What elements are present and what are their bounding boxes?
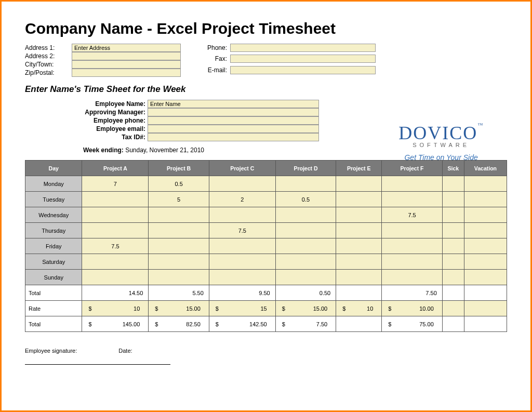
hours-cell[interactable]: 0.5 <box>149 176 209 192</box>
col-header: Project C <box>209 161 275 176</box>
total-d: 0.50 <box>275 285 336 301</box>
input-emp-name[interactable]: Enter Name <box>148 100 319 108</box>
input-address1[interactable]: Enter Address <box>72 44 181 52</box>
hours-cell[interactable] <box>464 223 507 238</box>
rate-cell[interactable]: $15 <box>209 301 275 316</box>
day-cell: Monday <box>25 176 82 192</box>
hours-cell[interactable]: 7.5 <box>82 238 149 254</box>
logo-tagline: Get Time on Your Side <box>398 153 484 162</box>
rate-cell[interactable]: $15.00 <box>149 301 209 316</box>
total-b: 5.50 <box>149 285 209 301</box>
day-cell: Friday <box>25 238 82 254</box>
input-emp-email[interactable] <box>148 125 319 133</box>
hours-cell[interactable] <box>336 207 382 223</box>
hours-cell[interactable] <box>442 254 464 270</box>
input-tax[interactable] <box>148 133 319 141</box>
hours-cell[interactable] <box>442 192 464 207</box>
hours-cell[interactable] <box>442 223 464 238</box>
grand-cell: $7.50 <box>275 316 336 332</box>
company-right: Phone: Fax: E-mail: <box>202 44 376 77</box>
hours-cell[interactable] <box>82 270 149 285</box>
company-left: Address 1: Enter Address Address 2: City… <box>25 44 181 77</box>
hours-cell[interactable] <box>209 176 275 192</box>
hours-cell[interactable] <box>336 254 382 270</box>
hours-cell[interactable] <box>442 176 464 192</box>
hours-cell[interactable] <box>442 207 464 223</box>
hours-cell[interactable] <box>82 254 149 270</box>
total-a: 14.50 <box>82 285 149 301</box>
label-tax: Tax ID#: <box>44 133 148 141</box>
hours-cell[interactable] <box>464 192 507 207</box>
hours-cell[interactable] <box>336 176 382 192</box>
hours-cell[interactable] <box>149 254 209 270</box>
hours-cell[interactable] <box>382 176 442 192</box>
hours-cell[interactable] <box>336 223 382 238</box>
rate-cell[interactable] <box>442 301 464 316</box>
hours-cell[interactable] <box>464 238 507 254</box>
hours-cell[interactable]: 0.5 <box>275 192 336 207</box>
hours-cell[interactable]: 7.5 <box>382 207 442 223</box>
hours-cell[interactable] <box>464 176 507 192</box>
hours-cell[interactable] <box>275 270 336 285</box>
label-emp-email: Employee email: <box>44 125 148 133</box>
hours-cell[interactable] <box>382 270 442 285</box>
hours-cell[interactable] <box>82 192 149 207</box>
label-address2: Address 2: <box>25 52 72 60</box>
rate-cell[interactable]: $10 <box>82 301 149 316</box>
input-zip[interactable] <box>72 69 181 77</box>
hours-cell[interactable] <box>275 223 336 238</box>
hours-cell[interactable] <box>209 254 275 270</box>
hours-cell[interactable] <box>82 207 149 223</box>
table-header-row: DayProject AProject BProject CProject DP… <box>25 161 507 176</box>
label-phone: Phone: <box>202 44 230 55</box>
hours-cell[interactable] <box>209 238 275 254</box>
input-city[interactable] <box>72 60 181 69</box>
hours-cell[interactable]: 7 <box>82 176 149 192</box>
hours-cell[interactable] <box>149 207 209 223</box>
hours-cell[interactable] <box>149 223 209 238</box>
input-address2[interactable] <box>72 52 181 60</box>
day-cell: Sunday <box>25 270 82 285</box>
signature-label: Employee signature: <box>25 348 77 354</box>
hours-cell[interactable] <box>275 254 336 270</box>
hours-cell[interactable] <box>382 238 442 254</box>
hours-cell[interactable] <box>336 238 382 254</box>
hours-cell[interactable] <box>82 223 149 238</box>
hours-cell[interactable] <box>275 207 336 223</box>
input-emp-phone[interactable] <box>148 116 319 125</box>
hours-cell[interactable] <box>336 192 382 207</box>
grand-cell: $145.00 <box>82 316 149 332</box>
grand-cell <box>442 316 464 332</box>
hours-cell[interactable] <box>382 192 442 207</box>
input-phone[interactable] <box>230 44 376 52</box>
rate-cell[interactable] <box>464 301 507 316</box>
rate-cell[interactable]: $15.00 <box>275 301 336 316</box>
hours-cell[interactable] <box>209 207 275 223</box>
hours-cell[interactable] <box>464 270 507 285</box>
input-email[interactable] <box>230 66 376 74</box>
hours-cell[interactable] <box>149 270 209 285</box>
hours-cell[interactable]: 7.5 <box>209 223 275 238</box>
grand-cell: $75.00 <box>382 316 442 332</box>
hours-cell[interactable]: 5 <box>149 192 209 207</box>
hours-cell[interactable] <box>336 270 382 285</box>
hours-cell[interactable] <box>464 207 507 223</box>
hours-cell[interactable] <box>275 238 336 254</box>
input-manager[interactable] <box>148 108 319 116</box>
hours-cell[interactable]: 2 <box>209 192 275 207</box>
col-header: Day <box>25 161 82 176</box>
input-fax[interactable] <box>230 55 376 63</box>
hours-cell[interactable] <box>149 238 209 254</box>
day-cell: Saturday <box>25 254 82 270</box>
totals-label: Total <box>25 285 82 301</box>
hours-cell[interactable] <box>442 238 464 254</box>
hours-cell[interactable] <box>275 176 336 192</box>
hours-cell[interactable] <box>382 223 442 238</box>
hours-cell[interactable] <box>464 254 507 270</box>
hours-cell[interactable] <box>442 270 464 285</box>
hours-cell[interactable] <box>382 254 442 270</box>
table-row: Monday70.5 <box>25 176 507 192</box>
rate-cell[interactable]: $10 <box>336 301 382 316</box>
hours-cell[interactable] <box>209 270 275 285</box>
rate-cell[interactable]: $10.00 <box>382 301 442 316</box>
